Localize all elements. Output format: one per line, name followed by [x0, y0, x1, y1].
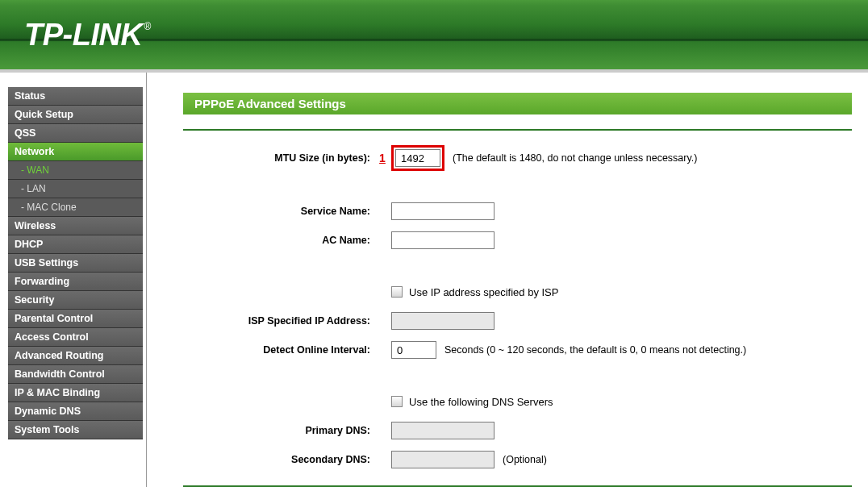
sidebar-item-wireless[interactable]: Wireless: [8, 217, 143, 235]
sidebar-item-security[interactable]: Security: [8, 291, 143, 310]
row-use-dns: Use the following DNS Servers: [183, 390, 852, 413]
sidebar-item-advanced-routing[interactable]: Advanced Routing: [8, 347, 143, 365]
ac-name-input[interactable]: [391, 231, 495, 249]
primary-dns-input: [391, 422, 495, 439]
ac-name-label: AC Name:: [183, 235, 377, 246]
sidebar-item-dhcp[interactable]: DHCP: [8, 235, 143, 254]
page-title: PPPoE Advanced Settings: [183, 93, 852, 114]
main-panel: PPPoE Advanced Settings MTU Size (in byt…: [147, 73, 868, 487]
divider: [183, 129, 852, 131]
mtu-input[interactable]: [395, 149, 440, 167]
brand-logo: TP-LINK®: [24, 18, 151, 52]
detect-interval-label: Detect Online Interval:: [183, 344, 377, 356]
secondary-dns-hint: (Optional): [503, 454, 547, 465]
sidebar-item-quick-setup[interactable]: Quick Setup: [8, 106, 143, 124]
sidebar-item-parental-control[interactable]: Parental Control: [8, 310, 143, 328]
service-name-input[interactable]: [391, 202, 495, 220]
row-isp-ip: ISP Specified IP Address:: [183, 310, 852, 332]
sidebar-item-status[interactable]: Status: [8, 87, 143, 106]
sidebar-item-system-tools[interactable]: System Tools: [8, 421, 143, 439]
annotation-1: 1: [377, 152, 388, 164]
registered-icon: ®: [144, 21, 150, 32]
row-detect-interval: Detect Online Interval: Seconds (0 ~ 120…: [183, 339, 852, 361]
sidebar-item-qss[interactable]: QSS: [8, 124, 143, 143]
sidebar-item-access-control[interactable]: Access Control: [8, 328, 143, 347]
use-isp-ip-checkbox[interactable]: [391, 286, 403, 298]
mtu-label: MTU Size (in bytes):: [183, 152, 377, 164]
brand-text: TP-LINK: [24, 18, 142, 52]
row-secondary-dns: Secondary DNS: (Optional): [183, 448, 852, 471]
sidebar-sub-mac-clone[interactable]: - MAC Clone: [8, 198, 143, 217]
primary-dns-label: Primary DNS:: [183, 425, 377, 436]
sidebar-item-dynamic-dns[interactable]: Dynamic DNS: [8, 402, 143, 421]
sidebar-item-bandwidth-control[interactable]: Bandwidth Control: [8, 365, 143, 384]
isp-ip-input: [391, 312, 495, 330]
row-primary-dns: Primary DNS:: [183, 419, 852, 442]
header: TP-LINK®: [0, 0, 868, 73]
isp-ip-label: ISP Specified IP Address:: [183, 315, 377, 327]
detect-interval-input[interactable]: [391, 341, 436, 359]
highlight-mtu: [391, 145, 444, 171]
use-dns-checkbox[interactable]: [391, 396, 403, 407]
row-mtu: MTU Size (in bytes): 1 (The default is 1…: [183, 145, 852, 171]
use-dns-label: Use the following DNS Servers: [409, 396, 553, 408]
sidebar-sub-lan[interactable]: - LAN: [8, 180, 143, 198]
row-ac-name: AC Name:: [183, 229, 852, 252]
sidebar-item-forwarding[interactable]: Forwarding: [8, 273, 143, 291]
row-use-isp-ip: Use IP address specified by ISP: [183, 281, 852, 303]
sidebar-item-network[interactable]: Network: [8, 143, 143, 161]
sidebar-sub-wan[interactable]: - WAN: [8, 161, 143, 180]
secondary-dns-label: Secondary DNS:: [183, 454, 377, 465]
sidebar-item-usb-settings[interactable]: USB Settings: [8, 254, 143, 273]
use-isp-ip-label: Use IP address specified by ISP: [409, 286, 558, 298]
secondary-dns-input: [391, 451, 495, 468]
sidebar-item-ip-mac-binding[interactable]: IP & MAC Binding: [8, 384, 143, 402]
service-name-label: Service Name:: [183, 206, 377, 217]
mtu-hint: (The default is 1480, do not change unle…: [453, 152, 697, 164]
detect-interval-hint: Seconds (0 ~ 120 seconds, the default is…: [444, 344, 746, 356]
content: Status Quick Setup QSS Network - WAN - L…: [0, 73, 868, 487]
row-service-name: Service Name:: [183, 200, 852, 223]
sidebar: Status Quick Setup QSS Network - WAN - L…: [0, 73, 147, 487]
